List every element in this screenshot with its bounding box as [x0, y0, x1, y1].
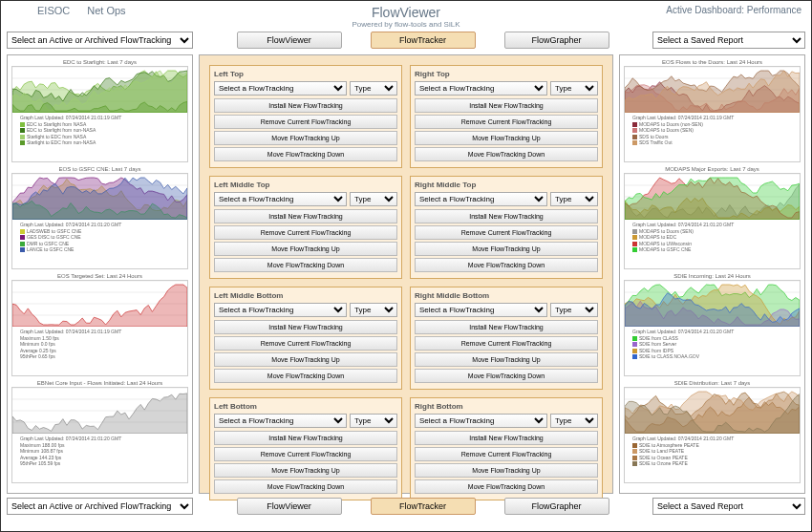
move-down-button[interactable]: Move FlowTracking Down: [214, 147, 397, 161]
page-title: FlowViewer: [198, 5, 614, 20]
select-type[interactable]: Type: [350, 303, 397, 317]
select-flowtracking[interactable]: Select a FlowTracking: [415, 414, 547, 428]
graph-body: Graph Last Updated: 07/24/2014 21:01:20 …: [11, 173, 188, 269]
select-flowtracking[interactable]: Select a FlowTracking: [415, 192, 547, 206]
install-button[interactable]: Install New FlowTracking: [214, 320, 397, 334]
graph-card: EBNet Core Input - Flows Initiated: Last…: [11, 380, 188, 483]
chart-svg: [12, 281, 187, 327]
graph-body: Graph Last Updated: 07/24/2014 21:01:19 …: [11, 66, 188, 162]
select-saved-report-bottom[interactable]: Select a Saved Report: [652, 498, 805, 515]
select-type[interactable]: Type: [550, 192, 598, 206]
flowviewer-button-top[interactable]: FlowViewer: [237, 32, 342, 49]
remove-button[interactable]: Remove Current FlowTracking: [415, 115, 598, 129]
select-type[interactable]: Type: [550, 303, 598, 317]
main-content: EDC to Starlight: Last 7 daysGraph Last …: [7, 54, 805, 494]
graph-body: Graph Last Updated: 07/24/2014 21:01:20 …: [624, 387, 801, 483]
flowtracker-button-top[interactable]: FlowTracker: [371, 32, 476, 49]
move-up-button[interactable]: Move FlowTracking Up: [415, 463, 598, 478]
config-panel-title: Right Top: [415, 70, 598, 78]
install-button[interactable]: Install New FlowTracking: [415, 98, 598, 113]
link-netops[interactable]: Net Ops: [87, 5, 125, 16]
config-panel: Right Middle BottomSelect a FlowTracking…: [410, 287, 603, 390]
toolbar-bottom: Select an Active or Archived FlowTrackin…: [7, 498, 805, 515]
select-type[interactable]: Type: [350, 192, 397, 206]
config-panel-title: Right Bottom: [415, 402, 598, 411]
graph-title: SDIE Distribution: Last 7 days: [624, 380, 801, 386]
select-flowtracking[interactable]: Select a FlowTracking: [214, 303, 347, 317]
config-panel: Left TopSelect a FlowTrackingTypeInstall…: [209, 65, 402, 168]
graph-body: Graph Last Updated: 07/24/2014 21:01:20 …: [11, 387, 188, 483]
install-button[interactable]: Install New FlowTracking: [214, 98, 397, 113]
flowviewer-button-bottom[interactable]: FlowViewer: [237, 498, 342, 515]
move-up-button[interactable]: Move FlowTracking Up: [415, 242, 598, 256]
config-panel-title: Left Bottom: [214, 402, 397, 411]
config-panel: Right TopSelect a FlowTrackingTypeInstal…: [410, 65, 603, 168]
graph-legend: Graph Last Updated: 07/24/2014 21:01:19 …: [12, 113, 187, 148]
select-active-archived-top[interactable]: Select an Active or Archived FlowTrackin…: [7, 32, 193, 49]
install-button[interactable]: Install New FlowTracking: [214, 209, 397, 223]
select-flowtracking[interactable]: Select a FlowTracking: [415, 303, 547, 317]
install-button[interactable]: Install New FlowTracking: [415, 320, 598, 334]
select-saved-report-top[interactable]: Select a Saved Report: [652, 32, 805, 49]
select-type[interactable]: Type: [550, 414, 598, 428]
move-up-button[interactable]: Move FlowTracking Up: [415, 131, 598, 145]
move-down-button[interactable]: Move FlowTracking Down: [415, 258, 598, 272]
graph-legend: Graph Last Updated: 07/24/2014 21:01:19 …: [625, 113, 800, 148]
graph-legend: Graph Last Updated: 07/24/2014 21:01:20 …: [12, 220, 187, 255]
select-flowtracking[interactable]: Select a FlowTracking: [214, 192, 347, 206]
move-down-button[interactable]: Move FlowTracking Down: [214, 258, 397, 272]
select-flowtracking[interactable]: Select a FlowTracking: [214, 81, 347, 96]
select-type[interactable]: Type: [350, 81, 397, 96]
move-up-button[interactable]: Move FlowTracking Up: [214, 352, 397, 367]
move-down-button[interactable]: Move FlowTracking Down: [415, 479, 598, 494]
remove-button[interactable]: Remove Current FlowTracking: [415, 336, 598, 351]
install-button[interactable]: Install New FlowTracking: [415, 431, 598, 445]
move-down-button[interactable]: Move FlowTracking Down: [214, 479, 397, 494]
move-up-button[interactable]: Move FlowTracking Up: [415, 352, 598, 367]
link-eisoc[interactable]: EISOC: [37, 5, 70, 16]
config-panel-title: Right Middle Bottom: [415, 291, 598, 300]
remove-button[interactable]: Remove Current FlowTracking: [214, 336, 397, 351]
move-down-button[interactable]: Move FlowTracking Down: [214, 369, 397, 383]
chart-svg: [625, 388, 800, 434]
graph-title: SDIE Incoming: Last 24 Hours: [624, 273, 801, 279]
chart-svg: [625, 281, 800, 327]
graph-card: EDC to Starlight: Last 7 daysGraph Last …: [11, 59, 188, 162]
remove-button[interactable]: Remove Current FlowTracking: [214, 225, 397, 240]
install-button[interactable]: Install New FlowTracking: [415, 209, 598, 223]
select-flowtracking[interactable]: Select a FlowTracking: [415, 81, 547, 96]
flowgrapher-button-top[interactable]: FlowGrapher: [504, 32, 609, 49]
remove-button[interactable]: Remove Current FlowTracking: [415, 225, 598, 240]
graph-card: EOS Flows to the Doors: Last 24 HoursGra…: [624, 59, 801, 162]
select-active-archived-bottom[interactable]: Select an Active or Archived FlowTrackin…: [7, 498, 193, 515]
config-panel: Left Middle TopSelect a FlowTrackingType…: [209, 176, 402, 279]
select-flowtracking[interactable]: Select a FlowTracking: [214, 414, 347, 428]
select-type[interactable]: Type: [350, 414, 397, 428]
graph-title: EOS Targeted Set: Last 24 Hours: [11, 273, 188, 279]
graph-legend: Graph Last Updated: 07/24/2014 21:01:20 …: [625, 220, 800, 255]
flowtracker-button-bottom[interactable]: FlowTracker: [371, 498, 476, 515]
chart-svg: [12, 174, 187, 220]
remove-button[interactable]: Remove Current FlowTracking: [214, 115, 397, 129]
move-down-button[interactable]: Move FlowTracking Down: [415, 369, 598, 383]
install-button[interactable]: Install New FlowTracking: [214, 431, 397, 445]
move-up-button[interactable]: Move FlowTracking Up: [214, 131, 397, 145]
select-type[interactable]: Type: [550, 81, 598, 96]
flowgrapher-button-bottom[interactable]: FlowGrapher: [504, 498, 609, 515]
chart-svg: [625, 174, 800, 220]
graph-title: EDC to Starlight: Last 7 days: [11, 59, 188, 65]
config-panel: Right BottomSelect a FlowTrackingTypeIns…: [410, 397, 603, 500]
header: EISOC Net Ops FlowViewer Powered by flow…: [7, 5, 805, 28]
graph-legend: Graph Last Updated: 07/24/2014 21:01:20 …: [625, 434, 800, 469]
remove-button[interactable]: Remove Current FlowTracking: [214, 447, 397, 461]
dashboard-label: Active Dashboard: Performance: [614, 5, 805, 15]
remove-button[interactable]: Remove Current FlowTracking: [415, 447, 598, 461]
graph-body: Graph Last Updated: 07/24/2014 21:01:20 …: [624, 173, 801, 269]
config-panel: Left BottomSelect a FlowTrackingTypeInst…: [209, 397, 402, 500]
move-up-button[interactable]: Move FlowTracking Up: [214, 242, 397, 256]
config-panel-title: Left Middle Top: [214, 181, 397, 189]
graph-card: EOS Targeted Set: Last 24 HoursGraph Las…: [11, 273, 188, 376]
move-up-button[interactable]: Move FlowTracking Up: [214, 463, 397, 478]
move-down-button[interactable]: Move FlowTracking Down: [415, 147, 598, 161]
graph-body: Graph Last Updated: 07/24/2014 21:01:19 …: [624, 66, 801, 162]
